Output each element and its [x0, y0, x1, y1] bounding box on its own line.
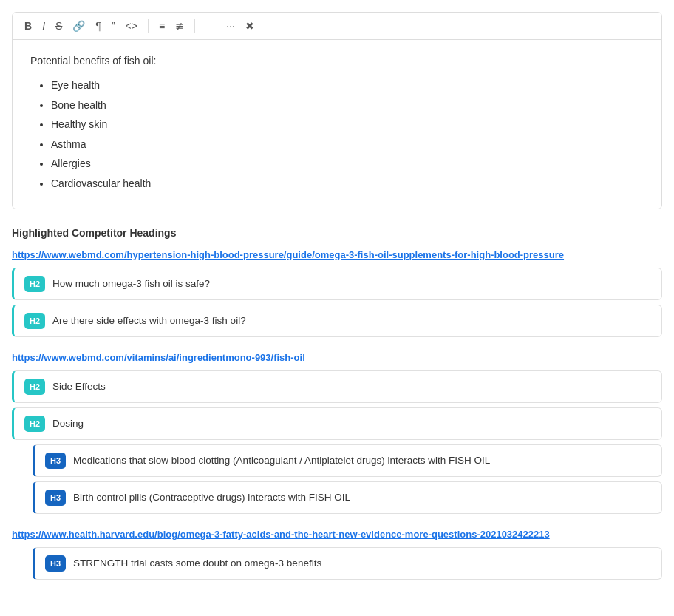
list-item: Cardiovascular health — [51, 174, 644, 194]
heading-text: STRENGTH trial casts some doubt on omega… — [73, 558, 321, 569]
paragraph-button[interactable]: ¶ — [92, 18, 104, 33]
strikethrough-button[interactable]: S — [52, 18, 65, 33]
ordered-list-button[interactable]: ≢ — [172, 18, 187, 33]
editor-intro-text: Potential benefits of fish oil: — [30, 55, 644, 67]
h2-badge: H2 — [24, 276, 45, 292]
list-item: Asthma — [51, 135, 644, 155]
list-item: Allergies — [51, 154, 644, 174]
heading-row: H2Dosing — [12, 407, 662, 440]
extra-btn-2[interactable]: ··· — [223, 18, 238, 33]
toolbar-separator — [148, 19, 149, 33]
code-button[interactable]: <> — [123, 18, 140, 33]
heading-text: Birth control pills (Contraceptive drugs… — [73, 492, 350, 503]
heading-text: How much omega-3 fish oil is safe? — [52, 278, 210, 289]
heading-row: H3STRENGTH trial casts some doubt on ome… — [33, 547, 662, 580]
bullet-list-button[interactable]: ≡ — [156, 18, 168, 33]
h2-badge: H2 — [24, 416, 45, 432]
competitors-container: https://www.webmd.com/hypertension-high-… — [12, 249, 662, 580]
link-button[interactable]: 🔗 — [69, 18, 88, 33]
heading-row: H2Are there side effects with omega-3 fi… — [12, 305, 662, 337]
competitor-url[interactable]: https://www.webmd.com/vitamins/ai/ingred… — [12, 352, 662, 363]
editor-toolbar: B I S 🔗 ¶ ” <> ≡ ≢ — ··· ✖ — [13, 13, 661, 40]
heading-row: H3Medications that slow blood clotting (… — [33, 444, 662, 477]
list-item: Healthy skin — [51, 115, 644, 135]
italic-button[interactable]: I — [39, 18, 48, 33]
extra-btn-1[interactable]: — — [202, 18, 219, 33]
editor-container: B I S 🔗 ¶ ” <> ≡ ≢ — ··· ✖ Potential ben… — [12, 12, 662, 209]
h2-badge: H2 — [24, 313, 45, 329]
heading-row: H2Side Effects — [12, 370, 662, 403]
extra-btn-3[interactable]: ✖ — [242, 18, 257, 33]
quote-button[interactable]: ” — [109, 18, 118, 33]
competitor-url[interactable]: https://www.webmd.com/hypertension-high-… — [12, 249, 662, 260]
h3-badge: H3 — [45, 555, 66, 572]
bold-button[interactable]: B — [21, 18, 35, 33]
competitor-group: https://www.webmd.com/hypertension-high-… — [12, 249, 662, 337]
list-item: Eye health — [51, 75, 644, 95]
h3-badge: H3 — [45, 490, 66, 506]
toolbar-separator-2 — [194, 19, 195, 33]
heading-text: Side Effects — [52, 381, 106, 392]
competitor-group: https://www.health.harvard.edu/blog/omeg… — [12, 529, 662, 580]
h2-badge: H2 — [24, 379, 45, 395]
heading-row: H3Birth control pills (Contraceptive dru… — [33, 481, 662, 514]
editor-list: Eye healthBone healthHealthy skinAsthmaA… — [30, 75, 644, 194]
h3-badge: H3 — [45, 453, 66, 469]
editor-content[interactable]: Potential benefits of fish oil: Eye heal… — [13, 40, 661, 209]
competitor-group: https://www.webmd.com/vitamins/ai/ingred… — [12, 352, 662, 514]
heading-text: Medications that slow blood clotting (An… — [73, 455, 490, 466]
list-item: Bone health — [51, 95, 644, 115]
section-title: Highlighted Competitor Headings — [12, 227, 662, 239]
competitor-url[interactable]: https://www.health.harvard.edu/blog/omeg… — [12, 529, 662, 540]
heading-text: Dosing — [52, 418, 84, 429]
heading-text: Are there side effects with omega-3 fish… — [52, 315, 246, 326]
heading-row: H2How much omega-3 fish oil is safe? — [12, 268, 662, 300]
